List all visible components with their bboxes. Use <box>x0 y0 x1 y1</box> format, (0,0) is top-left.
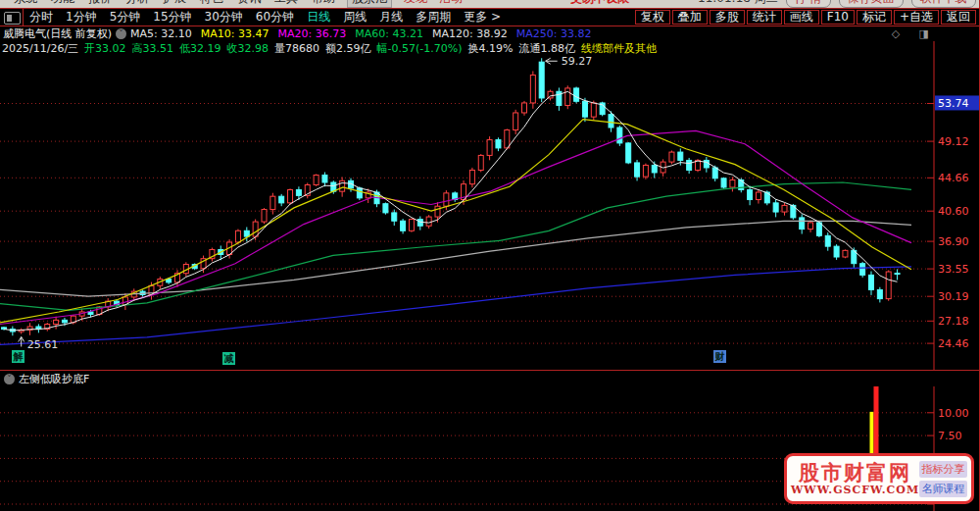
candle-body <box>825 235 830 246</box>
indicator-name[interactable]: 左侧低吸抄底F <box>19 372 89 386</box>
menu-link[interactable]: 股票池 <box>347 0 392 8</box>
period-tab-15分钟[interactable]: 15分钟 <box>153 9 191 26</box>
ma-value: MA20: 36.73 <box>278 27 347 40</box>
tdx-app-window: 系统功能报价分析扩展特色资讯工具帮助股票池发现活动交易不设限11:01:18 周… <box>0 0 980 511</box>
period-tab-60分钟[interactable]: 60分钟 <box>256 9 294 26</box>
candle-body <box>617 128 622 143</box>
period-tabs: 分时1分钟5分钟15分钟30分钟60分钟日线周线月线多周期更多 > <box>29 9 501 26</box>
menu-item[interactable]: 特色 <box>200 0 223 7</box>
indicator-y-label: 10.00 <box>938 407 969 420</box>
candle-body <box>539 62 544 98</box>
candle-body <box>478 155 483 170</box>
watermark-box: 股市财富网 WWW.GSCFW.COM 指标分享 名师课程 <box>784 453 974 504</box>
candle-body <box>895 274 900 275</box>
menu-link-red[interactable]: 活动 <box>439 0 463 7</box>
candle-body <box>582 101 587 117</box>
menu-button[interactable]: 行 情 <box>786 0 831 8</box>
candle-body <box>288 190 293 203</box>
menu-item[interactable]: 扩展 <box>163 0 186 7</box>
pane-layout-icons[interactable]: ◇ ◨ <box>892 27 937 40</box>
period-tab-1分钟[interactable]: 1分钟 <box>66 9 97 26</box>
info-segment: 额2.59亿 <box>325 42 371 55</box>
y-axis-label: 49.12 <box>938 135 969 148</box>
candle-body <box>340 180 345 191</box>
candle-body <box>262 210 267 223</box>
ma-values: MA5: 32.10MA10: 33.47MA20: 36.73MA60: 43… <box>130 27 600 40</box>
watermark-badges: 指标分享 名师课程 <box>919 461 967 497</box>
period-tab-5分钟[interactable]: 5分钟 <box>110 9 141 26</box>
info-segment: 流通1.88亿 <box>519 42 576 55</box>
candle-body <box>635 163 640 177</box>
candle-body <box>514 113 518 130</box>
candle-body <box>669 152 674 162</box>
action-buttons: 复权叠加多股统计画线F10标记+自选返回 <box>635 10 976 25</box>
menu-item[interactable]: 报价 <box>88 0 112 7</box>
menu-item[interactable]: 分析 <box>125 0 149 7</box>
candle-body <box>522 103 527 113</box>
ma-line-ma120 <box>0 221 911 296</box>
split-window-icon[interactable] <box>4 12 21 25</box>
info-segment: 量78680 <box>274 42 319 55</box>
menu-item[interactable]: 工具 <box>274 0 298 7</box>
menu-item[interactable]: 资讯 <box>237 0 261 7</box>
candle-body <box>383 204 388 213</box>
candle-body <box>877 289 882 298</box>
info-segment: 换4.19% <box>468 42 514 55</box>
action-button-F10[interactable]: F10 <box>821 10 855 25</box>
action-button-+自选[interactable]: +自选 <box>894 10 939 25</box>
candle-body <box>748 190 753 200</box>
period-tab-30分钟[interactable]: 30分钟 <box>205 9 243 26</box>
action-button-统计[interactable]: 统计 <box>747 10 782 25</box>
candle-body <box>314 175 318 184</box>
event-badge-财[interactable]: 财 <box>713 350 726 363</box>
event-badge-解[interactable]: 解 <box>12 350 24 363</box>
candle-body <box>426 217 431 226</box>
chevron-down-icon[interactable]: ˅ <box>116 28 126 39</box>
action-button-返回[interactable]: 返回 <box>941 10 976 25</box>
price-marker-label: 53.74 <box>938 97 969 110</box>
candlestick-chart: 53.7449.1244.6640.6036.9033.5530.1927.18… <box>0 41 980 370</box>
event-badge-减[interactable]: 减 <box>222 352 235 365</box>
candle-body <box>469 170 474 183</box>
menu-item[interactable]: 系统 <box>14 0 37 7</box>
candle-body <box>167 280 172 282</box>
indicator-chevron-icon[interactable]: ˅ <box>4 374 15 384</box>
candle-body <box>88 312 93 315</box>
menu-button[interactable]: 保存页面 <box>839 0 904 8</box>
period-tab-更多 >[interactable]: 更多 > <box>464 9 501 26</box>
menu-link-red[interactable]: 发现 <box>404 0 427 7</box>
candle-body <box>505 130 510 148</box>
candle-body <box>800 218 805 230</box>
action-button-画线[interactable]: 画线 <box>784 10 819 25</box>
y-axis-label: 30.19 <box>938 290 969 303</box>
ma-value: MA10: 33.47 <box>201 27 270 40</box>
candle-body <box>496 140 501 148</box>
menu-button[interactable]: 软件下载 <box>911 0 976 8</box>
ma-value: MA250: 33.82 <box>516 27 592 40</box>
period-tab-月线[interactable]: 月线 <box>379 9 403 26</box>
candle-body <box>808 223 813 230</box>
candle-body <box>756 192 760 200</box>
candle-body <box>54 320 59 324</box>
candle-body <box>687 160 692 170</box>
menu-item[interactable]: 帮助 <box>312 0 335 7</box>
candle-body <box>409 220 414 231</box>
chart-title-bar: 威腾电气(日线 前复权) ˅ MA5: 32.10MA10: 33.47MA20… <box>0 26 980 41</box>
candle-body <box>860 264 865 276</box>
candle-body <box>487 140 492 156</box>
action-button-叠加[interactable]: 叠加 <box>672 10 708 25</box>
ma-value: MA120: 38.92 <box>432 27 508 40</box>
toolbar-divider <box>23 9 24 26</box>
period-tab-多周期[interactable]: 多周期 <box>416 9 451 26</box>
candle-body <box>270 196 275 209</box>
action-button-复权[interactable]: 复权 <box>635 10 670 25</box>
period-tab-分时[interactable]: 分时 <box>29 9 53 26</box>
y-axis-label: 36.90 <box>938 235 969 248</box>
action-button-标记[interactable]: 标记 <box>857 10 892 25</box>
action-button-多股[interactable]: 多股 <box>710 10 745 25</box>
menu-item[interactable]: 功能 <box>51 0 74 7</box>
period-tab-日线[interactable]: 日线 <box>307 9 330 26</box>
watermark-text: 股市财富网 WWW.GSCFW.COM <box>791 462 919 496</box>
period-tab-周线[interactable]: 周线 <box>343 9 367 26</box>
candle-body <box>834 246 839 257</box>
